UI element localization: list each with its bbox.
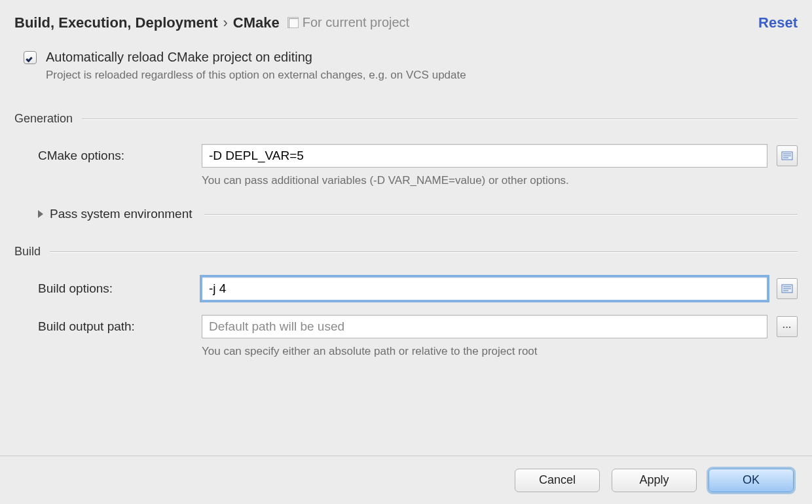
- ellipsis-icon: ···: [783, 322, 792, 332]
- breadcrumb-current: CMake: [233, 14, 280, 31]
- auto-reload-label[interactable]: Automatically reload CMake project on ed…: [46, 50, 466, 65]
- project-scope-icon: [289, 18, 299, 28]
- divider: [82, 118, 798, 119]
- dialog-footer: Cancel Apply OK: [0, 456, 812, 504]
- build-options-input[interactable]: [202, 277, 767, 300]
- expand-editor-button[interactable]: [777, 145, 798, 166]
- cmake-options-label: CMake options:: [38, 149, 190, 163]
- settings-header: Build, Execution, Deployment › CMake For…: [14, 14, 798, 31]
- auto-reload-sublabel: Project is reloaded regardless of this o…: [46, 69, 466, 82]
- build-output-path-label: Build output path:: [38, 319, 190, 334]
- chevron-right-icon[interactable]: [38, 210, 43, 218]
- generation-section: Generation CMake options: You can pass a…: [14, 112, 798, 221]
- reset-link[interactable]: Reset: [758, 14, 798, 31]
- breadcrumb-separator: ›: [223, 14, 227, 31]
- ok-button[interactable]: OK: [709, 469, 794, 492]
- build-section: Build Build options: Build output path:: [14, 245, 798, 358]
- expand-editor-button[interactable]: [777, 278, 798, 299]
- expand-icon: [781, 284, 793, 293]
- build-output-path-hint: You can specify either an absolute path …: [202, 345, 798, 358]
- scope-text: For current project: [303, 15, 409, 30]
- project-scope-label: For current project: [289, 15, 409, 30]
- build-title: Build: [14, 245, 41, 259]
- build-options-label: Build options:: [38, 281, 190, 296]
- apply-button[interactable]: Apply: [612, 469, 697, 492]
- pass-environment-toggle[interactable]: Pass system environment: [50, 207, 193, 221]
- auto-reload-checkbox[interactable]: [24, 51, 37, 64]
- cmake-options-input[interactable]: [202, 144, 767, 168]
- cmake-options-hint: You can pass additional variables (-D VA…: [202, 174, 798, 187]
- breadcrumb: Build, Execution, Deployment › CMake For…: [14, 14, 409, 31]
- expand-icon: [781, 151, 793, 160]
- breadcrumb-parent: Build, Execution, Deployment: [14, 14, 217, 31]
- generation-title: Generation: [14, 112, 73, 126]
- auto-reload-row: Automatically reload CMake project on ed…: [24, 50, 798, 82]
- cancel-button[interactable]: Cancel: [515, 469, 600, 492]
- divider: [204, 214, 798, 215]
- browse-button[interactable]: ···: [777, 316, 798, 337]
- build-output-path-input[interactable]: [202, 315, 767, 338]
- divider: [50, 251, 798, 252]
